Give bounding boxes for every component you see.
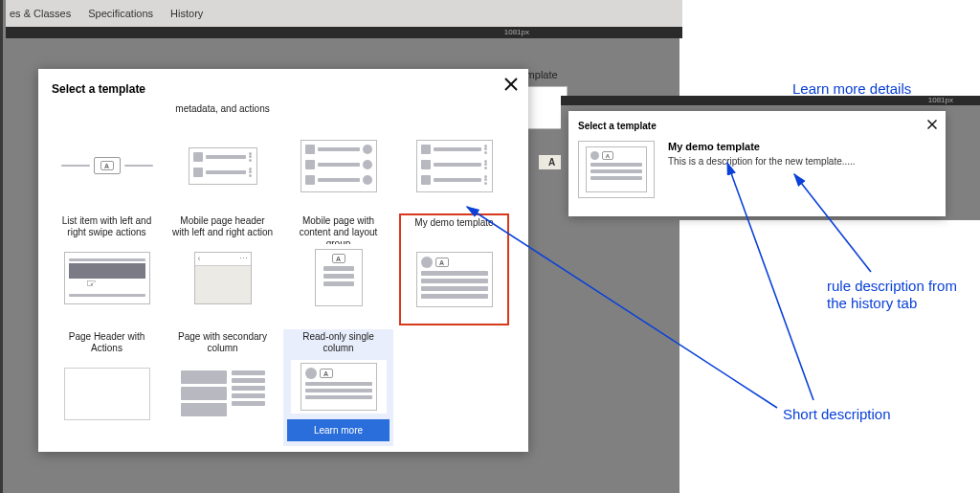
app-tabbar: es & Classes Specifications History [6, 0, 682, 27]
annotation-rule-desc: rule description from the history tab [827, 278, 957, 312]
detail-template-description: This is a description for the new templa… [668, 156, 856, 167]
tab-types-classes[interactable]: es & Classes [10, 8, 71, 19]
template-thumbnail: ‹⋯ [175, 244, 271, 311]
tab-specifications[interactable]: Specifications [88, 8, 153, 19]
template-thumbnail [175, 132, 271, 199]
close-button[interactable] [503, 77, 519, 96]
template-label: My demo template [405, 217, 503, 242]
modal-title: Select a template [52, 82, 515, 96]
template-detail-modal: Select a template A My demo template Thi… [568, 111, 946, 216]
template-label [403, 103, 505, 128]
close-icon [926, 119, 938, 130]
template-label: Read-only single column [287, 331, 390, 356]
template-cell-1[interactable]: metadata, and actions [167, 101, 278, 210]
template-cell-2[interactable] [283, 101, 393, 210]
template-label: Mobile page header with left and right a… [171, 215, 274, 240]
annotation-short-desc: Short description [783, 406, 891, 422]
template-cell-6[interactable]: Mobile page with content and layout grou… [283, 213, 393, 325]
template-thumbnail: A [407, 246, 502, 313]
template-label: List item with left and right swipe acti… [56, 215, 158, 240]
template-thumbnail [407, 132, 502, 199]
select-template-modal: Select a template A metadata, and action… [38, 69, 528, 452]
template-label: Page Header with Actions [56, 331, 158, 356]
template-cell-9[interactable]: Page with secondary column [167, 329, 278, 446]
template-cell-4[interactable]: List item with left and right swipe acti… [52, 213, 162, 325]
ruler-bar: 1081px [6, 27, 682, 38]
template-cell-readonly[interactable]: Read-only single column A Learn more [283, 329, 393, 446]
close-icon [503, 77, 519, 92]
template-thumbnail: A [291, 360, 387, 414]
template-cell-8[interactable]: Page Header with Actions [52, 329, 162, 446]
tab-history[interactable]: History [170, 8, 203, 19]
annotation-learn-more: Learn more details [792, 80, 911, 97]
template-label: Page with secondary column [171, 331, 274, 356]
template-cell-5[interactable]: Mobile page header with left and right a… [167, 213, 278, 325]
template-thumbnail: ☞ [59, 244, 155, 311]
template-cell-0[interactable]: A [52, 101, 162, 210]
template-thumbnail [59, 360, 155, 427]
ruler-bar-right: 1081px [561, 96, 980, 105]
detail-close-button[interactable] [926, 117, 938, 134]
detail-thumbnail: A [578, 141, 655, 198]
detail-template-name: My demo template [668, 141, 856, 152]
detail-modal-title: Select a template [578, 121, 936, 131]
template-cell-3[interactable] [399, 101, 509, 210]
template-grid[interactable]: A metadata, and actions [52, 101, 515, 446]
template-label: metadata, and actions [171, 103, 274, 128]
template-label [287, 103, 390, 128]
template-cell-my-demo[interactable]: My demo template A [399, 213, 509, 325]
template-thumbnail [175, 360, 271, 427]
template-thumbnail: A [291, 244, 387, 311]
template-thumbnail [291, 132, 387, 199]
template-label [56, 103, 158, 128]
template-thumbnail: A [59, 132, 155, 199]
learn-more-button[interactable]: Learn more [287, 419, 390, 441]
hand-pointer-icon: ☞ [86, 277, 163, 290]
template-label: Mobile page with content and layout grou… [287, 215, 390, 240]
